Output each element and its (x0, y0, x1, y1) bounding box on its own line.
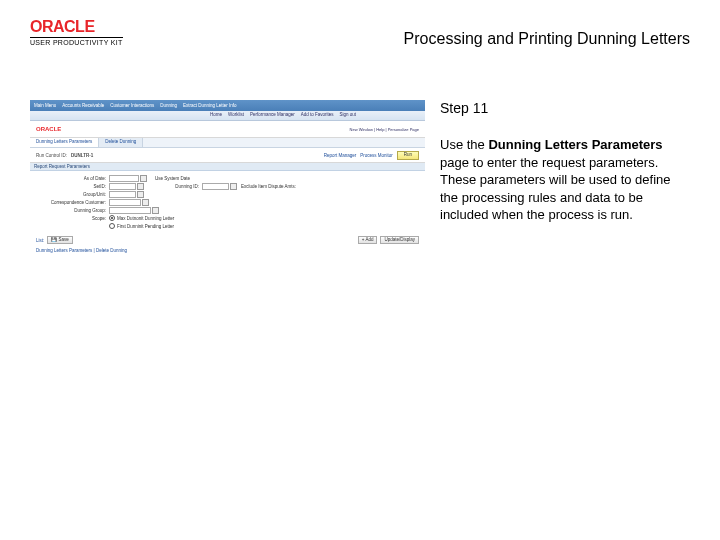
thumb-footer-links: Dunning Letters Parameters | Delete Dunn… (30, 246, 425, 255)
as-of-date-input (109, 175, 139, 182)
radio-icon (109, 215, 115, 221)
dunning-id-label: Dunning ID: (144, 184, 202, 189)
dunning-group-select (109, 207, 151, 214)
radio1-label: Max Dutnonit Dunning Letter (117, 216, 174, 221)
page-title: Processing and Printing Dunning Letters (404, 30, 690, 48)
use-system-date-label: Use System Date (155, 176, 190, 181)
tab-dunning-parameters: Dunning Letters Parameters (30, 138, 99, 147)
exclude-dispute-label: Exclude Item Dispute Amts: (241, 184, 296, 189)
update-display-button: Update/Display (380, 236, 419, 244)
setid-input (109, 183, 136, 190)
process-monitor-link: Process Monitor (360, 153, 393, 158)
group-unit-label: Group/Unit: (36, 192, 109, 197)
dunning-id-input (202, 183, 229, 190)
dunning-group-label: Dunning Group: (36, 208, 109, 213)
correspondence-label: Correspondence Customer: (36, 200, 109, 205)
correspondence-input (109, 199, 141, 206)
brand-name: ORACLE (30, 18, 123, 36)
list-prefix: List: (36, 238, 44, 243)
scope-label: Scope: (36, 216, 109, 221)
section-header: Report Request Parameters (30, 163, 425, 171)
lookup-icon (230, 183, 237, 190)
brand-logo: ORACLE USER PRODUCTIVITY KIT (30, 18, 123, 46)
as-of-date-label: As of Date: (36, 176, 109, 181)
calendar-icon (140, 175, 147, 182)
group-unit-input (109, 191, 136, 198)
add-button: + Add (358, 236, 378, 244)
step-description: Use the Dunning Letters Parameters page … (440, 136, 690, 224)
step-number: Step 11 (440, 100, 690, 116)
setid-label: SetID: (36, 184, 109, 189)
app-screenshot-thumbnail: Main Menu Accounts Receivable Customer I… (30, 100, 425, 285)
radio-icon (109, 223, 115, 229)
thumb-meta-links: New Window | Help | Personalize Page (350, 127, 419, 132)
thumb-sub-menu: Home Worklist Performance Manager Add to… (30, 111, 425, 121)
run-button: Run (397, 151, 419, 160)
run-control-label: Run Control ID: (36, 153, 67, 158)
tab-delete-dunning: Delete Dunning (99, 138, 143, 147)
thumb-brand: ORACLE (36, 126, 61, 132)
thumb-top-menu: Main Menu Accounts Receivable Customer I… (30, 100, 425, 111)
lookup-icon (142, 199, 149, 206)
thumb-tabs: Dunning Letters Parameters Delete Dunnin… (30, 138, 425, 148)
lookup-icon (137, 191, 144, 198)
report-manager-link: Report Manager (324, 153, 357, 158)
lookup-icon (137, 183, 144, 190)
dropdown-icon (152, 207, 159, 214)
brand-subtitle: USER PRODUCTIVITY KIT (30, 37, 123, 46)
radio2-label: First Dunninit Pending Letter (117, 224, 174, 229)
save-button: 💾 Save (47, 236, 73, 244)
run-control-value: DUNLTR-1 (71, 153, 93, 158)
